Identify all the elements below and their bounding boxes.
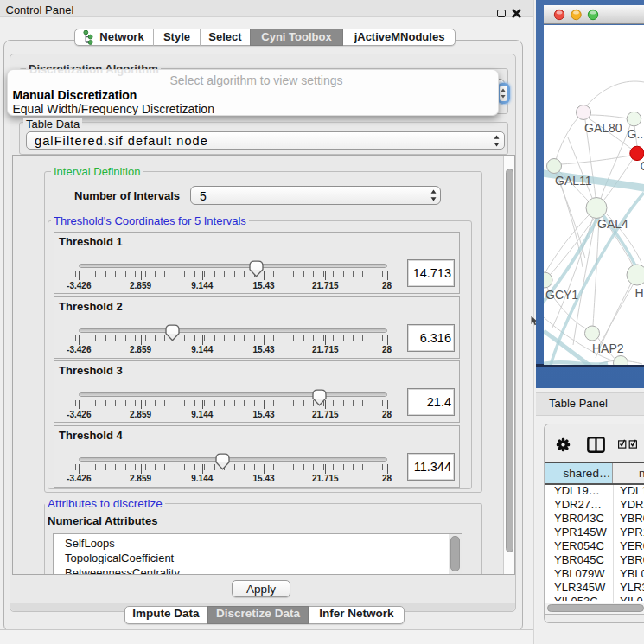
svg-text:H: H	[635, 286, 644, 300]
svg-text:C: C	[641, 159, 644, 173]
svg-text:HAP2: HAP2	[592, 341, 624, 355]
svg-text:GCY1: GCY1	[545, 288, 578, 302]
svg-text:GAL80: GAL80	[584, 121, 622, 135]
svg-text:G...: G...	[628, 127, 644, 141]
svg-text:GAL11: GAL11	[555, 174, 592, 188]
svg-text:GAL4: GAL4	[597, 217, 628, 231]
